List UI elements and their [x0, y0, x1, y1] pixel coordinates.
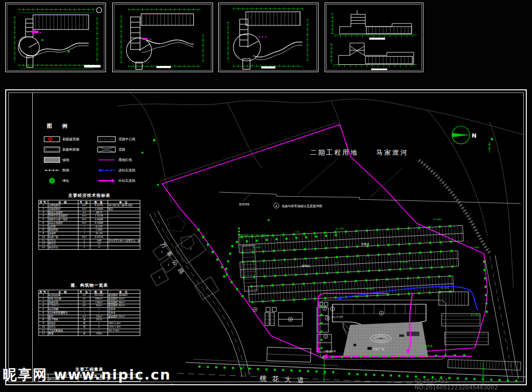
- buildings-table-title: 建、构筑物一览表: [38, 282, 140, 288]
- svg-text:3: 3: [289, 318, 291, 321]
- legend: 图 例 新建建筑物 道路中心线 新建构筑物 道路 铺地 用地红线 围墙 进站车流…: [44, 123, 151, 186]
- table-row: 11下沉式集散场//3m X 4m: [39, 329, 140, 332]
- plot-number: 1: [158, 276, 160, 279]
- retaining-steps: [242, 245, 257, 291]
- north-symbol-icon: [97, 7, 102, 12]
- svg-text:4: 4: [326, 317, 328, 320]
- legend-swatch-fence: [44, 167, 60, 173]
- station-compound: 1 2 3 4 5 6 7: [253, 300, 446, 362]
- plaza-label: 站前广场: [373, 347, 384, 351]
- legend-swatch-new-building: [44, 136, 60, 142]
- north-label: N: [472, 132, 476, 139]
- svg-text:40.800: 40.800: [366, 288, 374, 290]
- svg-text:1: 1: [380, 312, 382, 315]
- legend-swatch-redline: [97, 157, 116, 163]
- plot-number: 2: [190, 247, 191, 250]
- phase2-connection-note: 预留道路口与二期工程衔接: [238, 234, 269, 237]
- legend-label: 进站车流线: [118, 168, 155, 173]
- site-plan-sheet: 2 3 3 1 1: [5, 89, 527, 385]
- svg-text:41.000: 41.000: [400, 261, 408, 263]
- table-row: 12发车位个14: [39, 242, 140, 246]
- compound-buildings: [265, 302, 331, 352]
- svg-text:41.464: 41.464: [471, 246, 479, 249]
- table-row: 5道路车行及广场区hm²2.4668: [39, 218, 140, 222]
- table-row: 10站前广场hm²0.9234: [39, 235, 140, 239]
- taohua-avenue-label: 桃花大道: [259, 374, 310, 384]
- legend-swatch-road: [97, 146, 116, 153]
- svg-text:5: 5: [324, 307, 325, 310]
- svg-text:1.9: 1.9: [335, 262, 339, 264]
- indicators-table: 主要经济技术指标表 序号名 称单 位数 量备 注 1总用地面积hm²6.0325…: [38, 193, 140, 250]
- legend-swatch-inbound-flow: [97, 167, 116, 173]
- bank-wall-note: 驳岸挡墙: [239, 202, 249, 206]
- plot-number: 1: [206, 287, 207, 290]
- table-row: 5站台雨棚//见单体: [39, 308, 140, 312]
- north-arrow-icon: N: [452, 126, 476, 144]
- svg-text:6: 6: [254, 308, 256, 311]
- service-building-label: 汽配服务楼: [324, 350, 336, 353]
- building-outline: [233, 12, 302, 70]
- phase2-area-label: 二期工程用地: [310, 148, 358, 156]
- table-row: 9绿地率/22.29: [39, 232, 140, 236]
- legend-swatch-greenery: [44, 178, 60, 184]
- table-row: 13加水车位个3: [39, 246, 140, 250]
- legend-title: 图 例: [47, 123, 151, 130]
- river-label: 马家渡河: [376, 148, 408, 156]
- parking-zone-label: 停车区: [361, 242, 370, 246]
- plan-details-magenta: [142, 38, 151, 40]
- table-row: 2总建筑面积hm²4.0000暂定: [39, 207, 140, 211]
- parking-zone-label: 停车区: [301, 264, 310, 268]
- table-row: 序号名 称单 位数 量备 注: [39, 290, 140, 294]
- building-outline: [18, 15, 100, 67]
- elevation-silhouettes: [339, 10, 414, 71]
- table-row: 10洗车台座212m x 4m: [39, 325, 140, 329]
- building-outline: [126, 14, 193, 70]
- legend-label: 新建建筑物: [62, 137, 95, 142]
- drawing-panel-floorplan-1: [5, 3, 106, 72]
- table-row: 3维修车间m²734m²建筑面积 96m²: [39, 301, 140, 304]
- indicators-table-title: 主要经济技术指标表: [38, 193, 140, 198]
- table-row: 6综合楼及附属用房//见单体: [39, 311, 140, 315]
- table-row: 7厕所m²75m²建筑面积 92m²: [39, 315, 140, 318]
- office-area-label: 办公生活区: [331, 315, 343, 318]
- elevations-drawing: [325, 3, 423, 72]
- table-row: 4室外停车场地面积hm²1.5536: [39, 214, 140, 218]
- legend-label: 铺地: [62, 158, 95, 163]
- plan-details-magenta: [259, 36, 267, 38]
- table-row: 1站房综合楼m²2575m²建筑面积 2638m²: [39, 294, 140, 298]
- table-row: 3建筑占地面积m²6879: [39, 211, 140, 214]
- svg-text:41.660: 41.660: [433, 218, 442, 221]
- drawing-panel-floorplan-3: [218, 3, 318, 72]
- drawing-panel-floorplan-2: [112, 3, 213, 72]
- floorplan-3-drawing: [219, 3, 318, 72]
- svg-text:41.305: 41.305: [441, 287, 449, 289]
- svg-text:1.9: 1.9: [295, 231, 299, 233]
- svg-text:41.500: 41.500: [252, 246, 261, 249]
- table-row: 2宿舍·综合楼m²996m²建筑面积 52m²: [39, 297, 140, 301]
- table-row: 7容积率/0.129: [39, 225, 140, 228]
- floorplan-1-drawing: [6, 3, 105, 72]
- table-row: 8地下管线米2375: [39, 318, 140, 322]
- station-plaza: [343, 322, 428, 357]
- legend-label: 绿化: [62, 179, 95, 183]
- drawing-panel-elevations: [325, 3, 423, 72]
- legend-label: 围墙: [62, 168, 95, 173]
- table-row: 6绿化占地面积hm²0.3888: [39, 221, 140, 225]
- buildings-table: 建、构筑物一览表 序号名 称单 位数 量备 注 1站房综合楼m²2575m²建筑…: [38, 282, 140, 336]
- table-row: 8建筑密度/1.068: [39, 228, 140, 232]
- legend-swatch-new-structure: [44, 146, 60, 153]
- legend-label: 道路: [118, 147, 155, 152]
- legend-label: 用地红线: [118, 158, 155, 163]
- road-wantai: [150, 211, 249, 377]
- table-row: 11停车位个168其中停车100个(含发车位、临时车位): [39, 239, 140, 242]
- watermark-id: ID:2823451 NO:20160512232045463002: [415, 377, 532, 391]
- svg-text:2: 2: [325, 335, 326, 338]
- table-row: 12围墙米750m: [39, 332, 140, 336]
- legend-label: 出站车流线: [118, 179, 155, 183]
- table-row: 序号名 称单 位数 量备 注: [39, 200, 140, 204]
- svg-text:41.503: 41.503: [471, 314, 479, 316]
- table-row: 9加油台座118m x 4m: [39, 322, 140, 326]
- section-profile: A 道路与停车场做法见景观详图 驳岸挡墙: [219, 192, 521, 208]
- plan-details-magenta: [32, 31, 41, 33]
- detail-ref-bubble: A: [275, 205, 277, 208]
